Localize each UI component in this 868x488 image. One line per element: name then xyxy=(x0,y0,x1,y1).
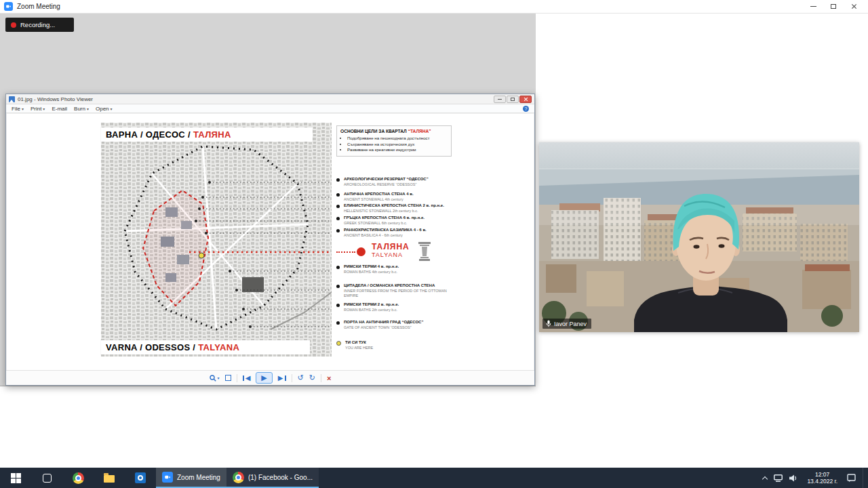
recording-indicator[interactable]: Recording... xyxy=(5,18,74,32)
zoom-tool-button[interactable]: ▾ xyxy=(210,375,220,382)
next-button[interactable]: ▶ xyxy=(278,374,286,382)
show-desktop-button[interactable] xyxy=(863,468,865,488)
action-center-icon[interactable] xyxy=(847,474,856,482)
rotate-right-button[interactable]: ↻ xyxy=(309,373,315,382)
legend-item: ЕЛИНИСТИЧЕСКА КРЕПОСТНА СТЕНА 2 в. пр.н.… xyxy=(336,203,454,214)
pv-minimize-button[interactable] xyxy=(494,96,506,103)
slide-footer-red: TALYANA xyxy=(198,342,239,352)
slide-footer-black: VARNA / ODESSOS / xyxy=(106,342,195,352)
legend-dot-icon xyxy=(336,178,340,182)
legend-item: РАННОХРИСТИЯНСКА БАЗИЛИКА 4 - 6 в.ANCIEN… xyxy=(336,228,454,238)
goals-title: ОСНОВНИ ЦЕЛИ ЗА КВАРТАЛ xyxy=(340,129,407,134)
talyana-dotted-line xyxy=(336,251,355,253)
slide-title-red: ТАЛЯНА xyxy=(193,129,231,140)
menu-file[interactable]: File▾ xyxy=(12,106,24,112)
varna-city-map xyxy=(101,123,332,357)
task-view-icon xyxy=(43,474,52,483)
window-controls xyxy=(803,0,864,13)
folder-icon xyxy=(104,475,115,483)
participant-video-tile[interactable]: Iavor Panev xyxy=(539,142,859,332)
chevron-down-icon: ▾ xyxy=(87,106,89,111)
pv-close-button[interactable] xyxy=(519,96,532,103)
participant-video xyxy=(539,142,859,332)
goal-item: Развиване на креативни индустрии xyxy=(347,147,448,152)
taskbar-zoom-label: Zoom Meeting xyxy=(177,474,220,481)
legend-dot-icon xyxy=(336,304,340,307)
previous-bar-icon xyxy=(243,375,244,381)
photo-viewer-window: 01.jpg - Windows Photo Viewer File▾ Prin… xyxy=(5,94,535,386)
help-icon[interactable]: ? xyxy=(523,106,529,112)
rotate-left-button[interactable]: ↺ xyxy=(298,373,304,382)
actual-size-button[interactable] xyxy=(225,375,231,381)
tray-chevron-up-icon[interactable] xyxy=(762,476,768,481)
you-are-here-icon xyxy=(336,341,341,346)
taskbar-outlook-button[interactable] xyxy=(125,468,156,488)
windows-logo-icon xyxy=(11,473,21,483)
taskbar-zoom-button[interactable]: Zoom Meeting xyxy=(156,468,226,488)
legend-dot-icon xyxy=(336,193,340,197)
legend-item: РИМСКИ ТЕРМИ 2 в. пр.н.е.ROMAN BATHS 2th… xyxy=(336,302,454,312)
legend-item: ПОРТА НА АНТИЧНИЯ ГРАД “ОДЕСОС”GATE OF A… xyxy=(336,320,454,330)
slide-footer: VARNA / ODESSOS /TALYANA xyxy=(101,340,310,354)
next-bar-icon xyxy=(285,375,286,381)
taskbar-facebook-label: (1) Facebook - Goo... xyxy=(248,474,313,481)
tray-date: 13.4.2022 г. xyxy=(807,478,837,485)
network-icon[interactable] xyxy=(774,474,783,482)
goals-title-red: “ТАЛЯНА” xyxy=(408,129,431,134)
next-icon: ▶ xyxy=(278,374,283,382)
system-tray: 12:07 13.4.2022 г. xyxy=(763,468,868,488)
legend-item: ТИ СИ ТУКYOU ARE HERE xyxy=(336,340,454,350)
goal-item: Съхраняване на историческия дух xyxy=(347,142,448,146)
tray-time: 12:07 xyxy=(807,471,837,478)
legend-dot-icon xyxy=(336,285,340,288)
menu-burn[interactable]: Burn▾ xyxy=(74,106,89,112)
menu-email[interactable]: E-mail xyxy=(52,106,67,112)
play-slideshow-button[interactable]: ▶ xyxy=(256,372,272,384)
delete-button[interactable]: × xyxy=(327,374,331,382)
close-button[interactable] xyxy=(844,0,864,13)
task-view-button[interactable] xyxy=(31,468,62,488)
taskbar-facebook-button[interactable]: (1) Facebook - Goo... xyxy=(226,468,319,488)
menu-open[interactable]: Open▾ xyxy=(96,106,113,112)
previous-button[interactable]: ◀ xyxy=(243,374,251,382)
photo-viewer-menubar: File▾ Print▾ E-mail Burn▾ Open▾ ? xyxy=(6,104,534,113)
legend-dot-icon xyxy=(336,266,340,269)
chevron-down-icon: ▾ xyxy=(43,106,45,111)
taskbar-chrome-button[interactable] xyxy=(62,468,94,488)
toolbar-divider xyxy=(292,374,292,382)
magnifier-icon xyxy=(210,375,216,382)
start-button[interactable] xyxy=(0,468,31,488)
talyana-dot-icon xyxy=(357,247,366,256)
legend-dot-icon xyxy=(336,217,340,220)
pv-maximize-button[interactable] xyxy=(507,96,519,103)
chrome-icon xyxy=(73,472,84,484)
recording-label: Recording... xyxy=(20,21,55,28)
zoom-app-icon xyxy=(4,2,13,11)
volume-icon[interactable] xyxy=(789,474,797,482)
talyana-highlight: ТАЛЯНА TALYANA xyxy=(336,240,465,266)
goals-list: Подобряване на пешеходната достъпност Съ… xyxy=(340,136,448,152)
legend-item: АНТИЧНА КРЕПОСТНА СТЕНА 4 в.ANCIENT STON… xyxy=(336,192,454,202)
zoom-app-icon xyxy=(162,472,173,483)
taskbar-clock[interactable]: 12:07 13.4.2022 г. xyxy=(804,471,840,485)
minimize-button[interactable] xyxy=(803,0,823,13)
participant-nametag: Iavor Panev xyxy=(542,319,591,329)
photo-viewer-toolbar: ▾ ◀ ▶ ▶ ↺ ↻ × xyxy=(6,370,534,385)
play-icon: ▶ xyxy=(261,373,267,382)
zoom-titlebar: Zoom Meeting xyxy=(0,0,868,14)
legend-dot-icon xyxy=(336,205,340,208)
maximize-button[interactable] xyxy=(823,0,844,13)
menu-print[interactable]: Print▾ xyxy=(31,106,45,112)
goals-box: ОСНОВНИ ЦЕЛИ ЗА КВАРТАЛ“ТАЛЯНА” Подобряв… xyxy=(336,125,452,157)
mic-icon xyxy=(546,320,551,327)
photo-viewer-titlebar: 01.jpg - Windows Photo Viewer xyxy=(6,94,534,104)
taskbar: Zoom Meeting (1) Facebook - Goo... 12:07… xyxy=(0,468,868,488)
legend-dot-icon xyxy=(336,229,340,232)
chrome-icon xyxy=(233,472,244,483)
taskbar-explorer-button[interactable] xyxy=(94,468,125,488)
toolbar-divider xyxy=(237,374,237,382)
participant-name: Iavor Panev xyxy=(554,321,587,327)
chevron-down-icon: ▾ xyxy=(22,106,24,111)
legend-item: ЦИТАДЕЛА / ОСМАНСКА КРЕПОСТНА СТЕНАINNER… xyxy=(336,283,454,298)
outlook-icon xyxy=(135,472,146,483)
